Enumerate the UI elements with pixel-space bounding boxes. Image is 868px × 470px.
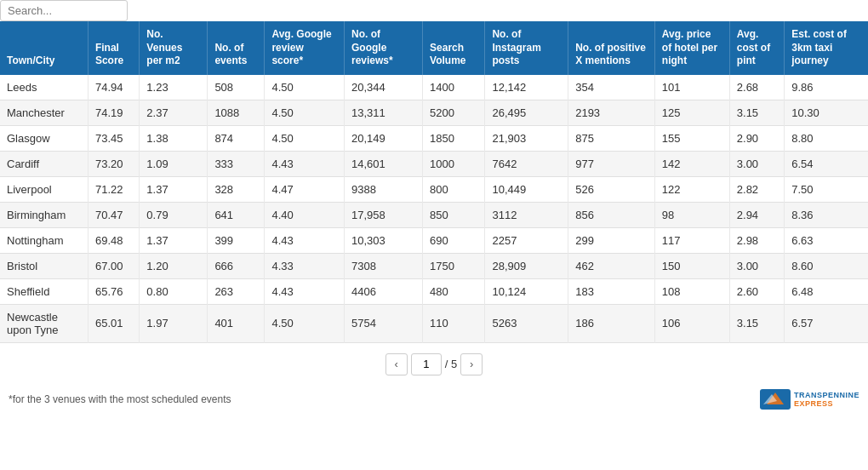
cell-events: 508: [208, 75, 265, 100]
cell-taxi_cost: 6.48: [785, 278, 868, 304]
cell-town: Glasgow: [0, 125, 88, 151]
data-table: Town/City Final Score No. Venues per m2 …: [0, 21, 868, 343]
cell-taxi_cost: 10.30: [785, 100, 868, 125]
cell-x_mentions: 183: [568, 278, 655, 304]
cell-instagram_posts: 2257: [485, 227, 568, 253]
cell-venues_per_m2: 2.37: [140, 100, 208, 125]
page-number-input[interactable]: [411, 353, 442, 375]
col-header-search-volume: Search Volume: [423, 21, 485, 75]
cell-final_score: 65.01: [88, 304, 139, 342]
cell-search_volume: 690: [423, 227, 485, 253]
cell-search_volume: 1000: [423, 151, 485, 176]
table-header-row: Town/City Final Score No. Venues per m2 …: [0, 21, 868, 75]
cell-venues_per_m2: 0.79: [140, 202, 208, 227]
top-bar: [0, 0, 868, 21]
cell-town: Bristol: [0, 253, 88, 278]
cell-hotel_price: 125: [654, 100, 729, 125]
cell-events: 333: [208, 151, 265, 176]
table-row: Liverpool71.221.373284.47938880010,44952…: [0, 176, 868, 202]
cell-pint_cost: 3.15: [729, 304, 784, 342]
cell-taxi_cost: 6.57: [785, 304, 868, 342]
cell-venues_per_m2: 1.09: [140, 151, 208, 176]
cell-pint_cost: 2.60: [729, 278, 784, 304]
table-body: Leeds74.941.235084.5020,344140012,142354…: [0, 75, 868, 343]
cell-search_volume: 800: [423, 176, 485, 202]
cell-hotel_price: 122: [654, 176, 729, 202]
cell-google_review_score: 4.43: [265, 278, 345, 304]
cell-google_reviews: 20,344: [345, 75, 423, 100]
cell-pint_cost: 3.00: [729, 253, 784, 278]
cell-google_reviews: 9388: [345, 176, 423, 202]
cell-pint_cost: 2.68: [729, 75, 784, 100]
cell-events: 874: [208, 125, 265, 151]
cell-events: 328: [208, 176, 265, 202]
cell-x_mentions: 354: [568, 75, 655, 100]
table-row: Newcastle upon Tyne65.011.974014.5057541…: [0, 304, 868, 342]
cell-hotel_price: 106: [654, 304, 729, 342]
cell-town: Cardiff: [0, 151, 88, 176]
cell-taxi_cost: 6.63: [785, 227, 868, 253]
cell-pint_cost: 3.15: [729, 100, 784, 125]
pagination: ‹ / 5 ›: [0, 343, 868, 382]
cell-town: Sheffield: [0, 278, 88, 304]
cell-venues_per_m2: 1.37: [140, 227, 208, 253]
cell-venues_per_m2: 1.37: [140, 176, 208, 202]
cell-final_score: 67.00: [88, 253, 139, 278]
cell-x_mentions: 526: [568, 176, 655, 202]
col-header-venues: No. Venues per m2: [140, 21, 208, 75]
cell-google_reviews: 14,601: [345, 151, 423, 176]
cell-hotel_price: 117: [654, 227, 729, 253]
cell-instagram_posts: 3112: [485, 202, 568, 227]
cell-instagram_posts: 28,909: [485, 253, 568, 278]
cell-instagram_posts: 5263: [485, 304, 568, 342]
cell-search_volume: 850: [423, 202, 485, 227]
cell-final_score: 73.20: [88, 151, 139, 176]
cell-hotel_price: 142: [654, 151, 729, 176]
col-header-instagram: No. of Instagram posts: [485, 21, 568, 75]
cell-hotel_price: 150: [654, 253, 729, 278]
cell-google_reviews: 17,958: [345, 202, 423, 227]
table-row: Bristol67.001.206664.337308175028,909462…: [0, 253, 868, 278]
cell-final_score: 65.76: [88, 278, 139, 304]
cell-events: 1088: [208, 100, 265, 125]
cell-taxi_cost: 8.36: [785, 202, 868, 227]
search-input[interactable]: [0, 0, 128, 21]
cell-google_reviews: 13,311: [345, 100, 423, 125]
cell-hotel_price: 108: [654, 278, 729, 304]
cell-google_review_score: 4.43: [265, 151, 345, 176]
cell-final_score: 74.19: [88, 100, 139, 125]
next-page-button[interactable]: ›: [460, 353, 483, 375]
cell-final_score: 74.94: [88, 75, 139, 100]
prev-page-button[interactable]: ‹: [385, 353, 408, 375]
cell-pint_cost: 2.90: [729, 125, 784, 151]
cell-google_review_score: 4.33: [265, 253, 345, 278]
table-row: Cardiff73.201.093334.4314,60110007642977…: [0, 151, 868, 176]
table-row: Leeds74.941.235084.5020,344140012,142354…: [0, 75, 868, 100]
cell-pint_cost: 3.00: [729, 151, 784, 176]
cell-venues_per_m2: 1.23: [140, 75, 208, 100]
cell-google_reviews: 4406: [345, 278, 423, 304]
cell-final_score: 70.47: [88, 202, 139, 227]
col-header-events: No. of events: [208, 21, 265, 75]
cell-town: Liverpool: [0, 176, 88, 202]
cell-instagram_posts: 12,142: [485, 75, 568, 100]
cell-x_mentions: 977: [568, 151, 655, 176]
col-header-hotel-price: Avg. price of hotel per night: [654, 21, 729, 75]
cell-pint_cost: 2.94: [729, 202, 784, 227]
cell-x_mentions: 299: [568, 227, 655, 253]
cell-taxi_cost: 8.60: [785, 253, 868, 278]
table-row: Manchester74.192.3710884.5013,311520026,…: [0, 100, 868, 125]
cell-town: Manchester: [0, 100, 88, 125]
col-header-taxi: Est. cost of 3km taxi journey: [785, 21, 868, 75]
cell-instagram_posts: 10,124: [485, 278, 568, 304]
cell-events: 641: [208, 202, 265, 227]
table-row: Birmingham70.470.796414.4017,95885031128…: [0, 202, 868, 227]
cell-google_review_score: 4.43: [265, 227, 345, 253]
cell-x_mentions: 856: [568, 202, 655, 227]
cell-taxi_cost: 9.86: [785, 75, 868, 100]
col-header-x-mentions: No. of positive X mentions: [568, 21, 655, 75]
cell-venues_per_m2: 1.97: [140, 304, 208, 342]
cell-venues_per_m2: 1.38: [140, 125, 208, 151]
cell-search_volume: 110: [423, 304, 485, 342]
col-header-town: Town/City: [0, 21, 88, 75]
